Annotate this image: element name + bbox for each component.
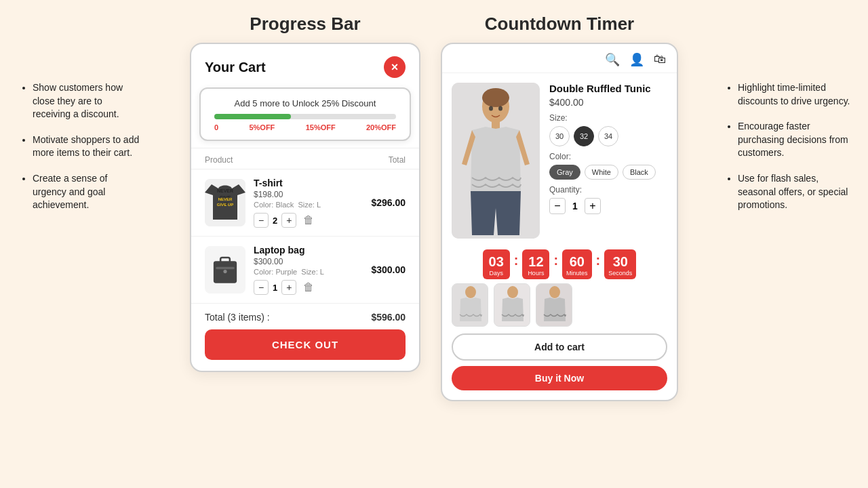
laptop-bag-qty-value: 1 <box>273 283 277 293</box>
svg-text:GIVE UP: GIVE UP <box>217 203 233 207</box>
svg-point-10 <box>223 270 226 273</box>
progress-popup: Add 5 more to Unlock 25% Discount 0 5%OF… <box>199 87 411 141</box>
left-bullets-section: Show customers how close they are to rec… <box>7 14 142 224</box>
progress-label-5pct: 5%OFF <box>249 123 275 131</box>
svg-text:NEVER: NEVER <box>218 197 233 201</box>
laptop-bag-name: Laptop bag <box>254 245 363 256</box>
tshirt-total: $296.00 <box>371 197 406 208</box>
svg-point-20 <box>507 286 518 298</box>
cart-total-amount: $596.00 <box>371 312 406 323</box>
search-icon[interactable]: 🔍 <box>605 52 620 67</box>
action-buttons: Add to cart Buy it Now <box>442 333 677 400</box>
product-nav: 🔍 👤 🛍 <box>442 44 677 73</box>
seconds-value: 30 <box>608 255 632 268</box>
center-sections: Progress Bar Your Cart × Add 5 more to U… <box>190 14 678 401</box>
countdown-timer-row: 03 Days : 12 Hours : 60 Minutes : <box>442 244 677 283</box>
quantity-control: − 1 + <box>549 198 667 214</box>
progress-label-15pct: 15%OFF <box>306 123 336 131</box>
color-options: Gray White Black <box>549 165 667 180</box>
laptop-bag-image <box>205 246 245 293</box>
tshirt-meta: Color: Black Size: L <box>254 201 363 209</box>
color-btn-white[interactable]: White <box>585 165 618 180</box>
tshirt-qty-decrease[interactable]: − <box>254 213 269 228</box>
seconds-block: 30 Seconds <box>604 249 636 279</box>
buy-now-button[interactable]: Buy it Now <box>452 366 667 390</box>
cart-col-total: Total <box>389 155 406 165</box>
user-icon[interactable]: 👤 <box>629 52 644 67</box>
tshirt-info: T-shirt $198.00 Color: Black Size: L − 2… <box>254 178 363 228</box>
minutes-value: 60 <box>566 255 588 268</box>
laptop-bag-qty-increase[interactable]: + <box>281 280 296 295</box>
timer-sep-1: : <box>514 253 519 277</box>
days-label: Days <box>487 270 506 277</box>
laptop-bag-meta: Color: Purple Size: L <box>254 268 363 276</box>
color-label: Color: <box>549 152 667 161</box>
size-btn-34[interactable]: 34 <box>598 126 618 146</box>
size-options: 30 32 34 <box>549 126 667 146</box>
laptop-bag-qty-control: − 1 + 🗑 <box>254 280 363 295</box>
tshirt-name: T-shirt <box>254 178 363 188</box>
tshirt-price: $198.00 <box>254 190 363 199</box>
svg-point-13 <box>482 88 509 107</box>
tshirt-qty-value: 2 <box>273 216 277 226</box>
checkout-button[interactable]: CHECK OUT <box>205 329 406 360</box>
svg-rect-9 <box>216 267 234 269</box>
quantity-label: Quantity: <box>549 185 667 195</box>
add-to-cart-button[interactable]: Add to cart <box>452 333 667 361</box>
cart-card: Your Cart × Add 5 more to Unlock 25% Dis… <box>190 43 420 372</box>
seconds-label: Seconds <box>608 270 632 277</box>
thumbnail-2[interactable] <box>494 283 530 327</box>
cart-table-header: Product Total <box>191 148 419 169</box>
quantity-decrease[interactable]: − <box>549 198 566 214</box>
left-bullet-3: Create a sense of urgency and goal achie… <box>33 172 142 212</box>
minutes-block: 60 Minutes <box>562 249 592 279</box>
cart-total-label: Total (3 items) : <box>205 312 270 323</box>
cart-item-tshirt: NEVER GIVE UP NEVER GIVE UP T-shirt $198… <box>191 169 419 237</box>
timer-sep-2: : <box>553 253 558 277</box>
hours-label: Hours <box>526 270 545 277</box>
left-bullet-1: Show customers how close they are to rec… <box>33 81 142 121</box>
laptop-bag-delete-button[interactable]: 🗑 <box>303 281 314 293</box>
product-main-image <box>452 83 540 239</box>
progress-bar-track <box>214 114 396 119</box>
laptop-bag-qty-decrease[interactable]: − <box>254 280 269 295</box>
size-btn-32[interactable]: 32 <box>574 126 594 146</box>
laptop-bag-total: $300.00 <box>371 264 406 275</box>
svg-point-15 <box>489 106 493 111</box>
thumbnail-1[interactable] <box>452 283 488 327</box>
countdown-card: 🔍 👤 🛍 <box>441 43 678 401</box>
color-btn-gray[interactable]: Gray <box>549 165 580 180</box>
color-btn-black[interactable]: Black <box>623 165 656 180</box>
timer-sep-3: : <box>596 253 601 277</box>
size-label: Size: <box>549 113 667 123</box>
right-bullet-2: Encourage faster purchasing decisions fr… <box>738 120 854 160</box>
progress-bar-section: Progress Bar Your Cart × Add 5 more to U… <box>190 14 420 372</box>
cart-close-button[interactable]: × <box>384 56 406 78</box>
progress-message: Add 5 more to Unlock 25% Discount <box>214 98 396 108</box>
progress-label-0: 0 <box>214 123 218 131</box>
thumbnail-3[interactable] <box>536 283 572 327</box>
product-details: Double Ruffled Tunic $400.00 Size: 30 32… <box>549 83 667 239</box>
tshirt-qty-increase[interactable]: + <box>281 213 296 228</box>
right-bullet-3: Use for flash sales, seasonal offers, or… <box>738 172 854 212</box>
size-btn-30[interactable]: 30 <box>549 126 570 146</box>
cart-icon[interactable]: 🛍 <box>654 52 666 67</box>
product-price: $400.00 <box>549 97 667 108</box>
svg-point-16 <box>498 106 502 111</box>
laptop-bag-info: Laptop bag $300.00 Color: Purple Size: L… <box>254 245 363 295</box>
progress-bar-fill <box>214 114 291 119</box>
quantity-value: 1 <box>572 201 578 211</box>
days-block: 03 Days <box>483 249 510 279</box>
hours-value: 12 <box>526 255 545 268</box>
product-thumbnails <box>442 283 677 333</box>
cart-title: Your Cart <box>205 60 266 75</box>
tshirt-qty-control: − 2 + 🗑 <box>254 213 363 228</box>
progress-labels: 0 5%OFF 15%OFF 20%OFF <box>214 123 396 131</box>
progress-label-20pct: 20%OFF <box>366 123 396 131</box>
tshirt-delete-button[interactable]: 🗑 <box>303 214 314 226</box>
product-section: Double Ruffled Tunic $400.00 Size: 30 32… <box>442 73 677 244</box>
countdown-timer-section: Countdown Timer 🔍 👤 🛍 <box>441 14 678 401</box>
quantity-increase[interactable]: + <box>585 198 601 214</box>
countdown-timer-title: Countdown Timer <box>485 14 635 35</box>
days-value: 03 <box>487 255 506 268</box>
